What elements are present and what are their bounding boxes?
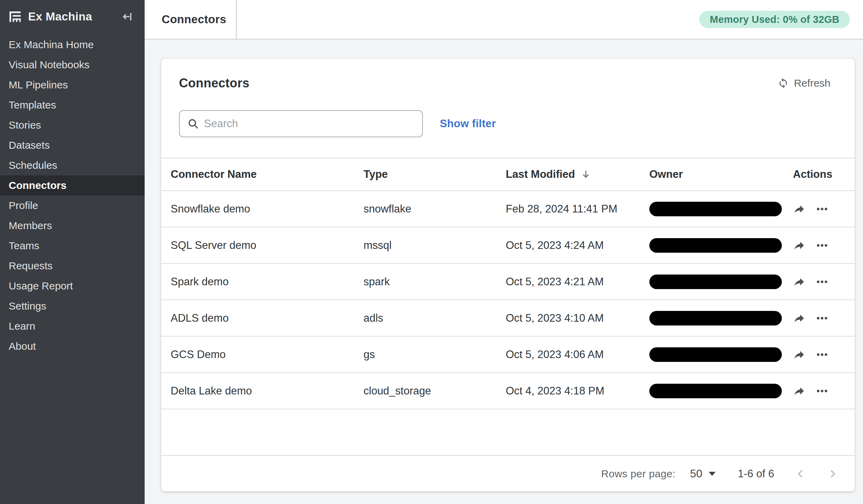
top-bar: Connectors Memory Used: 0% of 32GB — [145, 0, 863, 40]
cell-type: gs — [354, 348, 496, 361]
sidebar-item-stories[interactable]: Stories — [0, 115, 145, 135]
table-empty-space — [161, 409, 855, 455]
connectors-panel: Connectors Refresh Show filter Connector… — [161, 59, 855, 492]
share-button[interactable] — [793, 348, 805, 361]
cell-last-modified: Oct 4, 2023 4:18 PM — [496, 385, 640, 397]
table-row[interactable]: Snowflake demo snowflake Feb 28, 2024 11… — [161, 191, 855, 227]
cell-connector-name: SQL Server demo — [161, 239, 354, 252]
sort-descending-arrow-down-icon — [581, 169, 591, 180]
column-header-type[interactable]: Type — [354, 168, 496, 181]
column-header-actions: Actions — [784, 168, 855, 181]
table-row[interactable]: Delta Lake demo cloud_storage Oct 4, 202… — [161, 373, 855, 409]
cell-type: spark — [354, 276, 496, 288]
memory-usage-badge: Memory Used: 0% of 32GB — [699, 11, 850, 28]
next-page-button[interactable] — [826, 467, 839, 480]
tab-connectors[interactable]: Connectors — [145, 0, 237, 39]
sidebar-item-learn[interactable]: Learn — [0, 316, 145, 336]
row-actions — [784, 239, 855, 252]
sidebar-item-usage-report[interactable]: Usage Report — [0, 276, 145, 296]
owner-redacted-pill — [649, 311, 782, 325]
owner-redacted-pill — [649, 347, 782, 362]
collapse-sidebar-button[interactable] — [120, 10, 134, 24]
column-label: Last Modified — [506, 168, 575, 181]
sidebar-item-about[interactable]: About — [0, 336, 145, 356]
sidebar-item-profile[interactable]: Profile — [0, 195, 145, 216]
cell-type: snowflake — [354, 203, 496, 215]
sidebar-item-settings[interactable]: Settings — [0, 296, 145, 316]
share-forward-icon — [793, 203, 805, 215]
caret-down-icon — [709, 472, 716, 476]
sidebar-item-label: Stories — [9, 119, 41, 131]
table-row[interactable]: SQL Server demo mssql Oct 5, 2023 4:24 A… — [161, 227, 855, 264]
table-row[interactable]: ADLS demo adls Oct 5, 2023 4:10 AM — [161, 300, 855, 337]
cell-connector-name: Delta Lake demo — [161, 385, 354, 397]
sidebar-item-datasets[interactable]: Datasets — [0, 135, 145, 155]
share-forward-icon — [793, 276, 805, 288]
sidebar-item-schedules[interactable]: Schedules — [0, 155, 145, 175]
sidebar-item-templates[interactable]: Templates — [0, 95, 145, 115]
ellipsis-icon — [816, 312, 828, 324]
share-button[interactable] — [793, 385, 805, 397]
sidebar-item-visual-notebooks[interactable]: Visual Notebooks — [0, 55, 145, 75]
sidebar-item-label: Profile — [9, 200, 38, 211]
sidebar-item-label: Teams — [9, 240, 39, 252]
row-actions — [784, 203, 855, 215]
more-actions-button[interactable] — [816, 203, 828, 215]
cell-type: mssql — [354, 239, 496, 252]
more-actions-button[interactable] — [816, 276, 828, 288]
search-icon — [187, 118, 199, 130]
sidebar-item-requests[interactable]: Requests — [0, 256, 145, 276]
cell-last-modified: Oct 5, 2023 4:24 AM — [496, 239, 640, 252]
refresh-button[interactable]: Refresh — [778, 77, 830, 89]
share-button[interactable] — [793, 312, 805, 324]
column-label: Actions — [793, 168, 832, 181]
share-forward-icon — [793, 348, 805, 361]
sidebar-item-members[interactable]: Members — [0, 216, 145, 236]
more-actions-button[interactable] — [816, 385, 828, 397]
row-actions — [784, 312, 855, 324]
column-header-connector-name[interactable]: Connector Name — [161, 168, 354, 181]
row-actions — [784, 385, 855, 397]
more-actions-button[interactable] — [816, 312, 828, 324]
share-button[interactable] — [793, 239, 805, 252]
search-box — [179, 110, 423, 137]
cell-type: cloud_storage — [354, 385, 496, 397]
cell-last-modified: Oct 5, 2023 4:21 AM — [496, 276, 640, 288]
sidebar-header: Ex Machina — [0, 0, 145, 33]
sidebar-item-ml-pipelines[interactable]: ML Pipelines — [0, 75, 145, 95]
ellipsis-icon — [816, 348, 828, 361]
page-title: Connectors — [179, 76, 249, 91]
sidebar-item-label: Datasets — [9, 139, 50, 151]
ellipsis-icon — [816, 239, 828, 252]
sidebar-item-teams[interactable]: Teams — [0, 236, 145, 256]
more-actions-button[interactable] — [816, 348, 828, 361]
cell-connector-name: Snowflake demo — [161, 203, 354, 215]
rows-per-page-dropdown[interactable]: 50 — [690, 467, 716, 480]
show-filter-link[interactable]: Show filter — [440, 118, 496, 130]
sidebar-item-label: Schedules — [9, 159, 57, 171]
sidebar-item-ex-machina-home[interactable]: Ex Machina Home — [0, 35, 145, 55]
sidebar-item-label: Templates — [9, 99, 56, 111]
sidebar-item-connectors[interactable]: Connectors — [0, 175, 145, 195]
table-row[interactable]: Spark demo spark Oct 5, 2023 4:21 AM — [161, 264, 855, 300]
cell-connector-name: ADLS demo — [161, 312, 354, 324]
tab-label: Connectors — [162, 13, 226, 26]
column-label: Owner — [649, 168, 683, 181]
owner-redacted-pill — [649, 238, 782, 253]
sidebar-item-label: Members — [9, 220, 52, 232]
panel-header: Connectors Refresh Show filter — [161, 59, 855, 158]
search-input[interactable] — [204, 118, 422, 130]
owner-redacted-pill — [649, 202, 782, 216]
cell-type: adls — [354, 312, 496, 324]
table-row[interactable]: GCS Demo gs Oct 5, 2023 4:06 AM — [161, 337, 855, 373]
more-actions-button[interactable] — [816, 239, 828, 252]
share-button[interactable] — [793, 276, 805, 288]
share-button[interactable] — [793, 203, 805, 215]
previous-page-button[interactable] — [794, 467, 807, 480]
page-range-label: 1-6 of 6 — [738, 468, 774, 480]
column-header-last-modified[interactable]: Last Modified — [496, 168, 640, 181]
sidebar-item-label: About — [9, 340, 36, 352]
cell-connector-name: Spark demo — [161, 276, 354, 288]
share-forward-icon — [793, 385, 805, 397]
column-label: Connector Name — [171, 168, 257, 181]
